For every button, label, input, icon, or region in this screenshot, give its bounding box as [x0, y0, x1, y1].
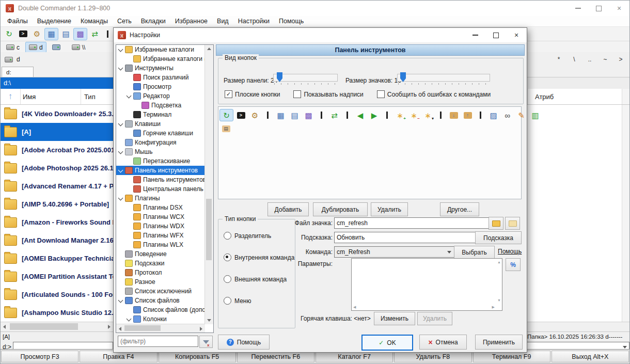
- remove-favorite-icon[interactable]: ∗−: [407, 109, 420, 121]
- drive-button[interactable]: [49, 42, 66, 53]
- file-row[interactable]: [Ashampoo Music Studio 12.0.3.3: [1, 304, 113, 322]
- tree-item[interactable]: Избранные каталоги (: [116, 54, 205, 64]
- function-key-button[interactable]: Просмотр F3: [1, 351, 78, 362]
- file-row[interactable]: [Ant Download Manager 2.16.0 B: [1, 231, 113, 249]
- tree-filter-input[interactable]: [118, 336, 198, 347]
- menu-item[interactable]: Вкладки: [136, 18, 170, 25]
- separator[interactable]: [267, 112, 269, 119]
- close-button[interactable]: ×: [609, 1, 629, 16]
- browse-icon-button[interactable]: [489, 217, 503, 230]
- file-row[interactable]: [Advanced Renamer 4.17 + Porta: [1, 177, 113, 195]
- unpack-icon[interactable]: ↑: [461, 109, 474, 121]
- column-name[interactable]: Имя: [21, 89, 81, 104]
- minimize-button[interactable]: [465, 28, 485, 42]
- tree-item[interactable]: Клавиши: [116, 119, 205, 129]
- current-path-bar[interactable]: [527, 77, 629, 89]
- file-row[interactable]: [AOMEI Backupper Technician Pl: [1, 249, 113, 267]
- tree-item[interactable]: Панель инструментов: [116, 175, 205, 184]
- tree-item[interactable]: Плагины WFX: [116, 231, 205, 240]
- file-row[interactable]: [AIMP 5.40.2696 + Portable]: [1, 195, 113, 213]
- paste-icon[interactable]: ▤: [219, 123, 232, 134]
- add-favorite-icon[interactable]: ∗+: [393, 109, 406, 121]
- tree-horizontal-scrollbar[interactable]: [116, 324, 205, 333]
- copy-icon[interactable]: ⇄: [328, 109, 341, 121]
- file-row[interactable]: [Adobe Photoshop 2025 26.11.0]: [1, 159, 113, 177]
- tree-item[interactable]: Плагины WDX: [116, 221, 205, 231]
- edit-icon-button[interactable]: [505, 217, 520, 230]
- scrollbar-thumb[interactable]: [10, 323, 78, 330]
- icon-size-slider[interactable]: [397, 74, 490, 86]
- file-row[interactable]: [Articulated Sounds - 100 Founta: [1, 286, 113, 304]
- drive-button[interactable]: d: [25, 42, 46, 53]
- tree-item[interactable]: Центральная панель: [116, 184, 205, 194]
- vertical-scrollbar[interactable]: [622, 89, 629, 104]
- terminal-icon[interactable]: >: [17, 28, 29, 40]
- scroll-left-icon[interactable]: [3, 325, 6, 329]
- tree-item[interactable]: Колонки: [116, 314, 205, 324]
- tree-item[interactable]: Плагины DSX: [116, 203, 205, 212]
- tooltip-button[interactable]: Подсказка: [475, 231, 522, 244]
- thumbs-view-icon[interactable]: ▩: [302, 109, 315, 121]
- vertical-scrollbar[interactable]: [622, 105, 629, 322]
- tree-item[interactable]: Протокол: [116, 268, 205, 277]
- tree-item[interactable]: Инструменты: [116, 64, 205, 73]
- checkbox-box[interactable]: [377, 90, 385, 98]
- command-select[interactable]: cm_Refresh: [334, 246, 455, 258]
- multi-rename-icon[interactable]: ✎: [515, 109, 528, 121]
- radio-option[interactable]: Внешняя команда: [224, 275, 294, 283]
- radio-dot[interactable]: [224, 275, 231, 283]
- close-button[interactable]: ×: [506, 28, 527, 42]
- function-key-button[interactable]: Выход Alt+X: [552, 351, 629, 362]
- horizontal-scrollbar[interactable]: [1, 322, 113, 331]
- tree-item[interactable]: Плагины: [116, 194, 205, 203]
- remove-hotkey-button[interactable]: Удалить: [417, 312, 452, 325]
- menu-item[interactable]: Выделение: [33, 18, 76, 25]
- full-view-icon[interactable]: ▤: [59, 28, 72, 40]
- drive-button[interactable]: \\: [68, 42, 89, 53]
- sync-dirs-icon[interactable]: ▥: [529, 109, 542, 121]
- properties-icon[interactable]: ▨: [487, 109, 500, 121]
- tree-item[interactable]: Список исключений: [116, 287, 205, 296]
- scroll-right-icon[interactable]: [108, 325, 111, 329]
- options-icon[interactable]: ⚙: [30, 28, 43, 40]
- menu-item[interactable]: Команды: [76, 18, 113, 25]
- menu-item[interactable]: Помощь: [274, 18, 308, 25]
- help-button[interactable]: ?Помощь: [218, 335, 270, 350]
- refresh-icon[interactable]: ↻: [3, 28, 15, 40]
- separator[interactable]: [386, 112, 388, 119]
- tree-item[interactable]: Редактор: [116, 91, 205, 101]
- tree-item[interactable]: Список файлов: [116, 296, 205, 305]
- menu-item[interactable]: Избранное: [170, 18, 212, 25]
- radio-dot[interactable]: [224, 254, 231, 261]
- tree-item[interactable]: Список файлов (допо.: [116, 305, 205, 314]
- tree-item[interactable]: Подсветка: [116, 101, 205, 110]
- chevron-down-icon[interactable]: [118, 297, 123, 303]
- change-hotkey-button[interactable]: Изменить: [374, 312, 415, 325]
- choose-command-button[interactable]: Выбрать: [454, 246, 495, 259]
- tree-vertical-scrollbar[interactable]: [204, 45, 213, 324]
- duplicate-button[interactable]: Дублировать: [313, 202, 368, 216]
- separator[interactable]: [321, 112, 322, 119]
- radio-option[interactable]: Меню: [224, 297, 294, 305]
- clear-filter-button[interactable]: [199, 336, 213, 348]
- menu-item[interactable]: Файлы: [3, 18, 33, 25]
- menu-item[interactable]: Сеть: [113, 18, 136, 25]
- minimize-button[interactable]: [568, 1, 588, 16]
- separator[interactable]: [440, 112, 442, 119]
- scrollbar-thumb[interactable]: [206, 199, 212, 260]
- cm-refresh-icon[interactable]: ↻: [219, 109, 233, 121]
- search-icon[interactable]: ∞: [501, 109, 514, 121]
- scroll-left-icon[interactable]: [119, 327, 121, 331]
- icon-file-input[interactable]: cm_refresh: [334, 217, 489, 229]
- tree-item[interactable]: Мышь: [116, 147, 205, 156]
- percent-variables-button[interactable]: %: [506, 258, 521, 271]
- chevron-down-icon[interactable]: [127, 316, 132, 321]
- brief-view-icon[interactable]: ▦: [44, 28, 58, 40]
- scroll-right-icon[interactable]: ▶: [492, 305, 495, 309]
- command-help-link[interactable]: Помощь: [498, 248, 522, 255]
- tree-item[interactable]: Терминал: [116, 110, 205, 119]
- maximize-button[interactable]: [588, 1, 609, 16]
- quick-nav-button[interactable]: *: [556, 56, 561, 63]
- full-view-icon[interactable]: ▤: [288, 109, 301, 121]
- radio-dot[interactable]: [224, 232, 231, 240]
